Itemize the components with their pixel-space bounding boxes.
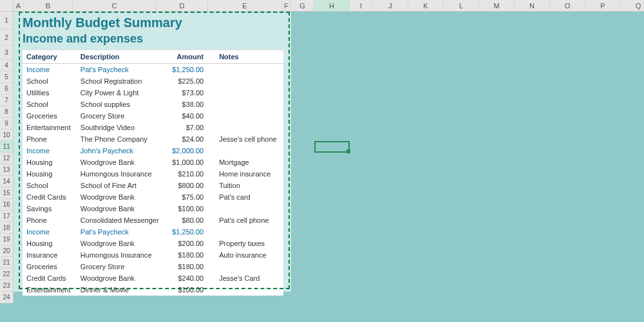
row-header-24[interactable]: 24 bbox=[0, 292, 13, 303]
table-row[interactable]: IncomePat's Paycheck$1,250.00 bbox=[23, 226, 283, 238]
row-header-5[interactable]: 5 bbox=[0, 71, 13, 83]
header-description[interactable]: Description bbox=[77, 50, 166, 64]
cell-cat[interactable]: Housing bbox=[23, 168, 77, 180]
cell-notes[interactable]: Pat's card bbox=[215, 191, 283, 203]
table-row[interactable]: InsuranceHumongous Insurance$180.00Auto … bbox=[23, 249, 283, 261]
column-header-J[interactable]: J bbox=[373, 0, 408, 11]
row-header-7[interactable]: 7 bbox=[0, 95, 13, 106]
cell-cat[interactable]: Groceries bbox=[23, 110, 77, 122]
column-header-O[interactable]: O bbox=[550, 0, 585, 11]
cell-amount[interactable]: $225.00 bbox=[166, 75, 215, 87]
cell-cat[interactable]: Groceries bbox=[23, 261, 77, 272]
cell-cat[interactable]: Income bbox=[23, 226, 77, 238]
cell-notes[interactable]: Jesse's Card bbox=[215, 272, 283, 284]
table-row[interactable]: PhoneThe Phone Company$24.00Jesse's cell… bbox=[23, 133, 283, 145]
cell-notes[interactable] bbox=[215, 284, 283, 296]
row-header-8[interactable]: 8 bbox=[0, 106, 13, 118]
table-row[interactable]: Credit CardsWoodgrove Bank$75.00Pat's ca… bbox=[23, 191, 283, 203]
cell-cat[interactable]: School bbox=[23, 180, 77, 191]
row-header-17[interactable]: 17 bbox=[0, 211, 13, 222]
cell-notes[interactable]: Home insurance bbox=[215, 168, 283, 180]
cell-notes[interactable]: Property taxes bbox=[215, 238, 283, 249]
header-notes[interactable]: Notes bbox=[215, 50, 283, 64]
cell-desc[interactable]: School of Fine Art bbox=[77, 180, 166, 191]
table-row[interactable]: PhoneConsolidated Messenger$80.00Pat's c… bbox=[23, 214, 283, 226]
table-row[interactable]: HousingHumongous Insurance$210.00Home in… bbox=[23, 168, 283, 180]
row-header-22[interactable]: 22 bbox=[0, 269, 13, 280]
cell-desc[interactable]: Pat's Paycheck bbox=[77, 226, 166, 238]
row-header-14[interactable]: 14 bbox=[0, 176, 13, 187]
row-header-2[interactable]: 2 bbox=[0, 30, 13, 46]
row-header-3[interactable]: 3 bbox=[0, 46, 13, 60]
row-header-6[interactable]: 6 bbox=[0, 83, 13, 95]
table-row[interactable]: HousingWoodgrove Bank$200.00Property tax… bbox=[23, 238, 283, 249]
column-header-G[interactable]: G bbox=[291, 0, 314, 11]
cell-notes[interactable]: Mortgage bbox=[215, 156, 283, 168]
row-header-15[interactable]: 15 bbox=[0, 187, 13, 199]
cell-notes[interactable] bbox=[215, 261, 283, 272]
table-row[interactable]: GroceriesGrocery Store$40.00 bbox=[23, 110, 283, 122]
row-header-20[interactable]: 20 bbox=[0, 245, 13, 257]
table-row[interactable]: IncomePat's Paycheck$1,250.00 bbox=[23, 64, 283, 76]
cell-notes[interactable] bbox=[215, 122, 283, 133]
cell-amount[interactable]: $800.00 bbox=[166, 180, 215, 191]
cell-amount[interactable]: $1,250.00 bbox=[166, 64, 215, 76]
cell-amount[interactable]: $7.00 bbox=[166, 122, 215, 133]
row-header-21[interactable]: 21 bbox=[0, 257, 13, 269]
cell-amount[interactable]: $73.00 bbox=[166, 87, 215, 99]
cell-cat[interactable]: Credit Cards bbox=[23, 272, 77, 284]
cell-notes[interactable]: Tuition bbox=[215, 180, 283, 191]
cell-amount[interactable]: $100.00 bbox=[166, 284, 215, 296]
cell-cat[interactable]: Income bbox=[23, 64, 77, 76]
cell-cat[interactable]: Housing bbox=[23, 156, 77, 168]
cell-desc[interactable]: School supplies bbox=[77, 99, 166, 110]
cell-desc[interactable]: Woodgrove Bank bbox=[77, 238, 166, 249]
cell-notes[interactable] bbox=[215, 64, 283, 76]
column-header-H[interactable]: H bbox=[314, 0, 350, 11]
header-amount[interactable]: Amount bbox=[166, 50, 215, 64]
column-header-E[interactable]: E bbox=[208, 0, 282, 11]
table-row[interactable]: IncomeJohn's Paycheck$2,000.00 bbox=[23, 145, 283, 156]
cell-desc[interactable]: Woodgrove Bank bbox=[77, 272, 166, 284]
cell-desc[interactable]: The Phone Company bbox=[77, 133, 166, 145]
table-row[interactable]: GroceriesGrocery Store$180.00 bbox=[23, 261, 283, 272]
header-category[interactable]: Category bbox=[23, 50, 77, 64]
cell-amount[interactable]: $75.00 bbox=[166, 191, 215, 203]
cell-desc[interactable]: Humongous Insurance bbox=[77, 249, 166, 261]
column-header-A[interactable]: A bbox=[14, 0, 24, 11]
cell-desc[interactable]: Grocery Store bbox=[77, 261, 166, 272]
column-header-Q[interactable]: Q bbox=[621, 0, 644, 11]
cell-amount[interactable]: $240.00 bbox=[166, 272, 215, 284]
cell-notes[interactable] bbox=[215, 99, 283, 110]
worksheet-grid[interactable]: Monthly Budget Summary Income and expens… bbox=[14, 12, 644, 322]
column-header-K[interactable]: K bbox=[408, 0, 444, 11]
cell-cat[interactable]: Entertainment bbox=[23, 284, 77, 296]
cell-notes[interactable]: Jesse's cell phone bbox=[215, 133, 283, 145]
cell-desc[interactable]: Woodgrove Bank bbox=[77, 203, 166, 214]
row-header-23[interactable]: 23 bbox=[0, 280, 13, 292]
table-row[interactable]: SavingsWoodgrove Bank$100.00 bbox=[23, 203, 283, 214]
cell-notes[interactable] bbox=[215, 203, 283, 214]
row-header-1[interactable]: 1 bbox=[0, 12, 13, 30]
cell-notes[interactable]: Pat's cell phone bbox=[215, 214, 283, 226]
cell-notes[interactable] bbox=[215, 145, 283, 156]
cell-cat[interactable]: School bbox=[23, 75, 77, 87]
cell-amount[interactable]: $38.00 bbox=[166, 99, 215, 110]
cell-cat[interactable]: Housing bbox=[23, 238, 77, 249]
cell-amount[interactable]: $1,000.00 bbox=[166, 156, 215, 168]
table-row[interactable]: SchoolSchool of Fine Art$800.00Tuition bbox=[23, 180, 283, 191]
cell-amount[interactable]: $2,000.00 bbox=[166, 145, 215, 156]
row-header-13[interactable]: 13 bbox=[0, 164, 13, 176]
row-header-18[interactable]: 18 bbox=[0, 222, 13, 234]
column-header-B[interactable]: B bbox=[24, 0, 73, 11]
table-row[interactable]: HousingWoodgrove Bank$1,000.00Mortgage bbox=[23, 156, 283, 168]
cell-amount[interactable]: $100.00 bbox=[166, 203, 215, 214]
cell-desc[interactable]: Humongous Insurance bbox=[77, 168, 166, 180]
cell-amount[interactable]: $40.00 bbox=[166, 110, 215, 122]
cell-desc[interactable]: City Power & Light bbox=[77, 87, 166, 99]
row-header-11[interactable]: 11 bbox=[0, 141, 13, 153]
cell-cat[interactable]: Savings bbox=[23, 203, 77, 214]
column-header-D[interactable]: D bbox=[156, 0, 208, 11]
cell-amount[interactable]: $200.00 bbox=[166, 238, 215, 249]
column-header-N[interactable]: N bbox=[515, 0, 550, 11]
